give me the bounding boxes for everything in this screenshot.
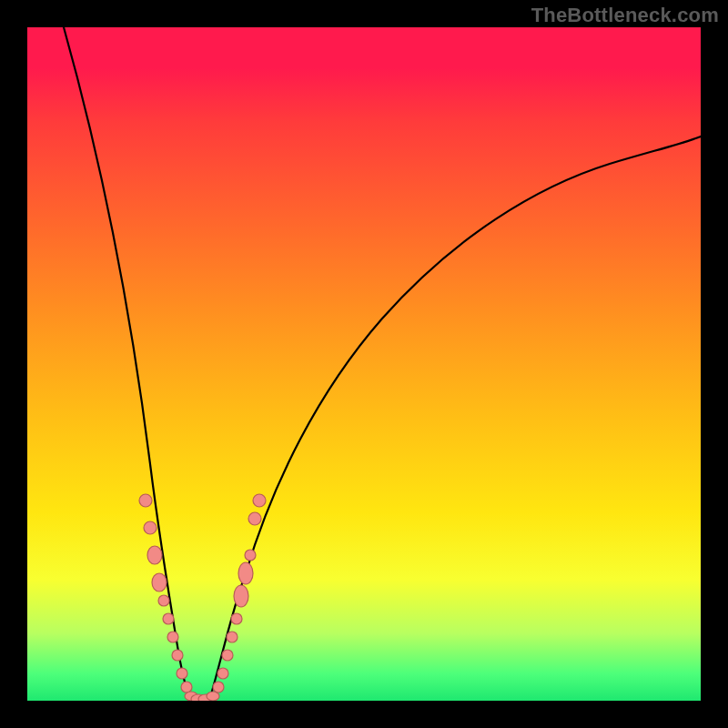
marker-dot [227, 632, 238, 642]
marker-dot [177, 668, 187, 679]
marker-dot [213, 682, 224, 693]
marker-dot [139, 494, 152, 507]
marker-dot [167, 632, 178, 642]
curve-right-branch [209, 136, 701, 701]
chart-stage: TheBottleneck.com [0, 0, 728, 728]
marker-dot [222, 650, 233, 661]
watermark-text: TheBottleneck.com [531, 4, 719, 27]
marker-dot [245, 550, 256, 561]
curve-left-branch [64, 27, 191, 701]
curve-svg [27, 27, 701, 701]
marker-dot [147, 546, 162, 564]
marker-dot [158, 595, 169, 606]
marker-dot [152, 573, 167, 592]
marker-dot [253, 494, 266, 507]
plot-area [27, 27, 701, 701]
marker-dot [217, 668, 228, 679]
marker-dot [248, 512, 261, 525]
marker-dot [234, 585, 248, 607]
marker-dot [231, 613, 242, 624]
marker-dot [172, 650, 183, 661]
marker-dot [181, 682, 192, 693]
marker-dot [163, 613, 174, 624]
marker-dot [238, 562, 253, 584]
marker-dot [144, 521, 157, 534]
